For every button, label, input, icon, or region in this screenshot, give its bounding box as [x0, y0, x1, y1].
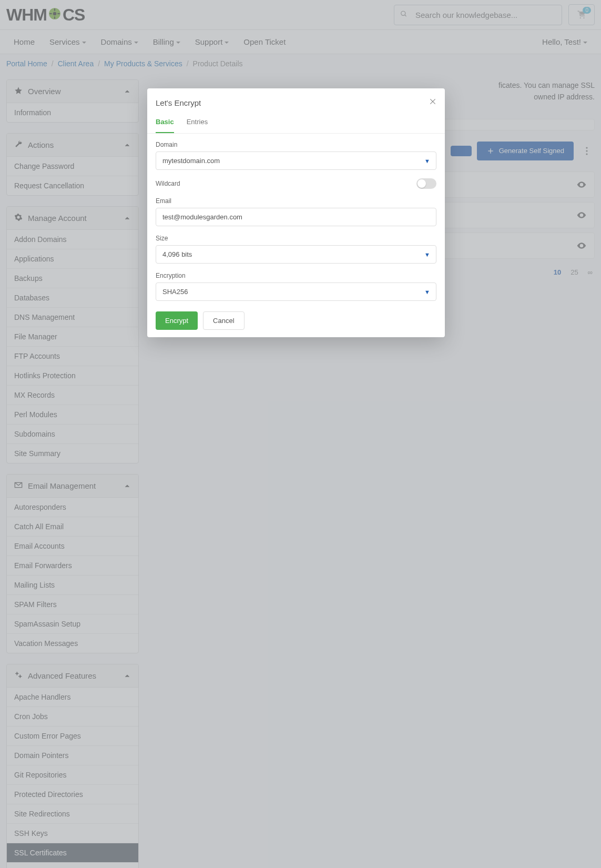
wildcard-label: Wildcard [156, 180, 180, 187]
tab-basic[interactable]: Basic [156, 114, 174, 133]
tab-entries[interactable]: Entries [187, 114, 208, 133]
email-input[interactable] [156, 208, 436, 226]
encrypt-button[interactable]: Encrypt [156, 311, 198, 330]
encryption-label: Encryption [156, 272, 436, 279]
modal-close-button[interactable] [429, 98, 436, 107]
close-icon [429, 98, 436, 105]
size-select[interactable]: 4,096 bits [156, 245, 436, 264]
domain-label: Domain [156, 141, 436, 148]
email-label: Email [156, 197, 436, 205]
modal-tabs: BasicEntries [147, 114, 445, 134]
domain-select[interactable]: mytestdomain.com [156, 152, 436, 170]
lets-encrypt-modal: Let's Encrypt BasicEntries Domain mytest… [147, 88, 445, 337]
wildcard-toggle[interactable] [416, 178, 436, 189]
cancel-button[interactable]: Cancel [203, 311, 244, 330]
size-label: Size [156, 235, 436, 242]
encryption-select[interactable]: SHA256 [156, 282, 436, 301]
modal-title: Let's Encrypt [156, 98, 201, 107]
